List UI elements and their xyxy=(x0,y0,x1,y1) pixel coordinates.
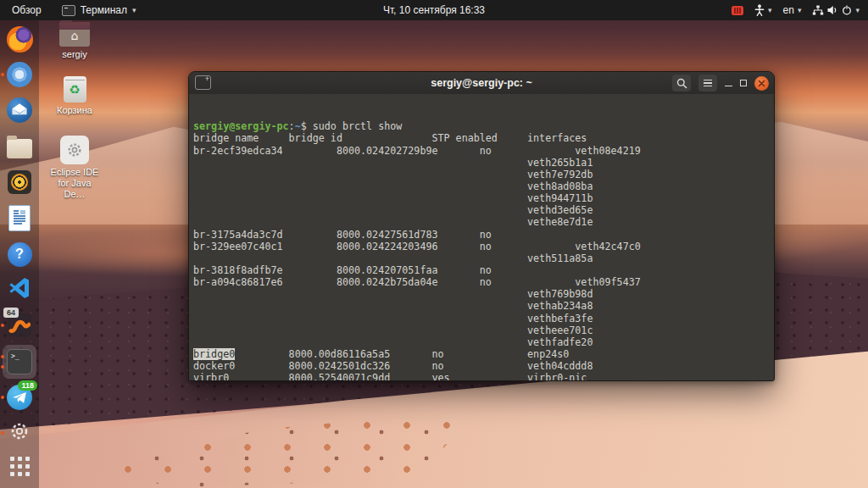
app-badge: 64 xyxy=(3,308,19,318)
terminal-app-icon xyxy=(62,5,75,16)
dock-item-firefox[interactable] xyxy=(0,21,39,57)
running-indicator xyxy=(1,73,4,76)
dock-item-music-player[interactable] xyxy=(0,164,39,200)
desktop-icon-label-line2: for Java De… xyxy=(47,178,102,200)
dock-item-files[interactable] xyxy=(0,129,39,164)
thunderbird-icon xyxy=(7,97,32,123)
recycle-glyph: ♻ xyxy=(69,82,80,97)
terminal-output: sergiy@sergiy-pc:~$ sudo brctl showbridg… xyxy=(193,120,774,381)
music-player-icon xyxy=(8,170,31,194)
app-menu-label: Терминал xyxy=(81,4,127,16)
desktop-icon-eclipse[interactable]: Eclipse IDE for Java De… xyxy=(47,136,102,200)
home-folder-icon: ⌂ xyxy=(59,22,90,47)
close-icon xyxy=(758,80,765,87)
accessibility-icon xyxy=(754,4,765,16)
keyboard-layout-menu[interactable]: en ▾ xyxy=(783,4,802,16)
desktop-icon-label: Корзина xyxy=(47,105,102,116)
chevron-down-icon: ▾ xyxy=(132,6,136,14)
running-indicator xyxy=(1,355,4,358)
dock-item-chromium[interactable] xyxy=(0,57,39,92)
dock-item-terminal[interactable]: >_ xyxy=(0,344,39,380)
notification-badge: 118 xyxy=(18,380,37,391)
gear-icon xyxy=(8,420,31,446)
home-glyph: ⌂ xyxy=(59,29,90,42)
clock-button[interactable]: Чт, 10 сентября 16:33 xyxy=(383,4,485,16)
volume-icon xyxy=(827,5,838,15)
dock-item-thunderbird[interactable] xyxy=(0,92,39,128)
desktop-icon-label: sergiy xyxy=(47,49,102,60)
maximize-button[interactable] xyxy=(740,80,747,86)
running-indicator xyxy=(1,324,4,327)
terminal-window: + sergiy@sergiy-pc: ~ sergiy@sergiy-pc:~… xyxy=(188,71,775,381)
dock-item-help[interactable]: ? xyxy=(0,236,39,272)
power-icon xyxy=(842,5,852,15)
new-tab-button[interactable]: + xyxy=(195,75,211,90)
running-indicator xyxy=(1,431,4,435)
dock: ? 64 >_ 118 xyxy=(0,20,39,488)
chromium-icon xyxy=(7,62,32,87)
red-indicator-icon[interactable] xyxy=(732,6,743,15)
desktop-icon-trash[interactable]: ♻ Корзина xyxy=(47,76,102,116)
files-folder-icon xyxy=(7,139,32,158)
firefox-icon xyxy=(7,26,33,53)
network-wired-icon xyxy=(812,5,824,15)
eclipse-installer-icon xyxy=(60,136,89,164)
app-grid-icon xyxy=(10,457,30,476)
desktop-icon-home-folder[interactable]: ⌂ sergiy xyxy=(47,22,102,60)
libreoffice-writer-icon xyxy=(8,205,31,231)
activities-button[interactable]: Обзор xyxy=(8,3,45,18)
chevron-down-icon: ▾ xyxy=(768,6,772,14)
dock-item-libreoffice-writer[interactable] xyxy=(0,200,39,236)
menu-button[interactable] xyxy=(698,75,717,92)
search-icon xyxy=(676,78,687,89)
system-status-menu[interactable]: ▾ xyxy=(812,5,860,15)
dock-item-settings[interactable] xyxy=(0,415,39,451)
chevron-down-icon: ▾ xyxy=(798,6,802,14)
terminal-body[interactable]: sergiy@sergiy-pc:~$ sudo brctl showbridg… xyxy=(189,94,774,380)
dock-item-vscode[interactable] xyxy=(0,272,39,308)
dock-item-app-64[interactable]: 64 xyxy=(0,308,39,343)
running-indicator xyxy=(1,365,4,369)
dock-item-telegram[interactable]: 118 xyxy=(0,380,39,415)
top-bar: Обзор Терминал ▾ Чт, 10 сентября 16:33 ▾… xyxy=(0,0,868,20)
help-icon: ? xyxy=(8,242,32,267)
plus-icon: + xyxy=(205,75,209,83)
dock-item-show-applications[interactable] xyxy=(0,448,39,484)
accessibility-menu[interactable]: ▾ xyxy=(754,4,772,16)
hamburger-icon xyxy=(704,80,712,86)
terminal-icon: >_ xyxy=(7,349,32,374)
vscode-icon xyxy=(8,276,31,303)
app-menu-button[interactable]: Терминал ▾ xyxy=(62,4,136,16)
close-button[interactable] xyxy=(754,76,769,91)
window-titlebar[interactable]: + sergiy@sergiy-pc: ~ xyxy=(189,72,774,95)
keyboard-layout-label: en xyxy=(783,4,794,16)
search-button[interactable] xyxy=(672,75,691,92)
minimize-button[interactable] xyxy=(725,86,732,87)
running-indicator xyxy=(1,396,4,399)
trash-icon: ♻ xyxy=(64,76,86,103)
desktop-icon-label: Eclipse IDE xyxy=(47,167,102,178)
chevron-down-icon: ▾ xyxy=(855,6,860,14)
